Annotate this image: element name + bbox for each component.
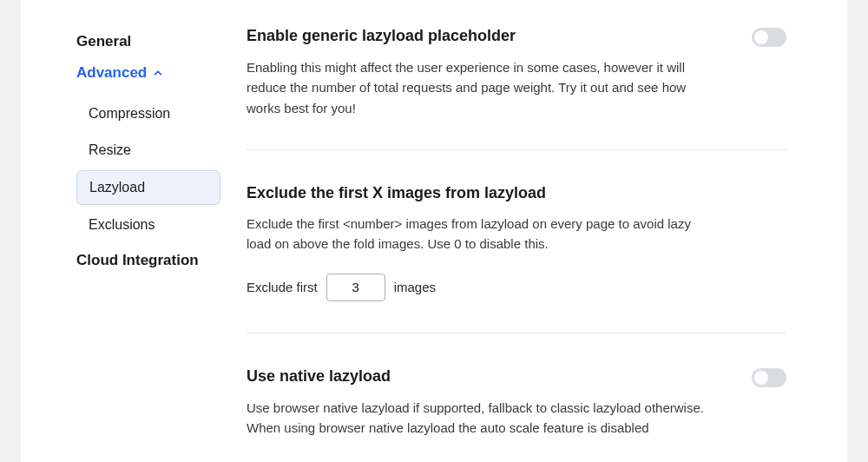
exclude-input-row: Exclude first images <box>247 274 786 301</box>
nav-item-advanced[interactable]: Advanced <box>73 57 220 89</box>
section-title: Use native lazyload <box>247 366 391 386</box>
toggle-knob <box>754 371 768 385</box>
section-description: Use browser native lazyload if supported… <box>247 398 715 439</box>
subnav-item-compression[interactable]: Compression <box>76 97 220 130</box>
section-native-lazyload: Use native lazyload Use browser native l… <box>247 366 786 462</box>
subnav-item-lazyload[interactable]: Lazyload <box>76 170 220 205</box>
settings-panel: General Advanced Compression Resize Lazy… <box>21 0 847 462</box>
section-header: Use native lazyload <box>247 366 786 387</box>
nav-item-cloud-integration[interactable]: Cloud Integration <box>73 245 220 276</box>
toggle-knob <box>754 30 768 44</box>
chevron-up-icon <box>152 67 164 79</box>
subnav: Compression Resize Lazyload Exclusions <box>76 97 220 241</box>
exclude-count-input[interactable] <box>326 274 385 301</box>
toggle-native-lazyload[interactable] <box>752 368 786 387</box>
exclude-suffix-label: images <box>394 280 436 294</box>
content: Enable generic lazyload placeholder Enab… <box>220 17 847 462</box>
subnav-item-resize[interactable]: Resize <box>76 134 220 167</box>
section-description: Enabling this might affect the user expe… <box>247 57 715 118</box>
section-header: Exclude the first X images from lazyload <box>247 183 786 203</box>
sidebar: General Advanced Compression Resize Lazy… <box>21 17 220 462</box>
section-title: Exclude the first X images from lazyload <box>247 183 546 203</box>
section-header: Enable generic lazyload placeholder <box>247 26 786 47</box>
section-generic-lazyload: Enable generic lazyload placeholder Enab… <box>247 26 786 150</box>
section-description: Exclude the first <number> images from l… <box>247 214 715 254</box>
nav-item-general[interactable]: General <box>73 26 220 57</box>
subnav-item-exclusions[interactable]: Exclusions <box>76 208 220 241</box>
toggle-generic-lazyload[interactable] <box>752 28 786 47</box>
section-title: Enable generic lazyload placeholder <box>247 26 516 46</box>
section-exclude-images: Exclude the first X images from lazyload… <box>247 183 786 333</box>
nav-item-advanced-label: Advanced <box>76 64 147 82</box>
exclude-prefix-label: Exclude first <box>247 280 318 294</box>
